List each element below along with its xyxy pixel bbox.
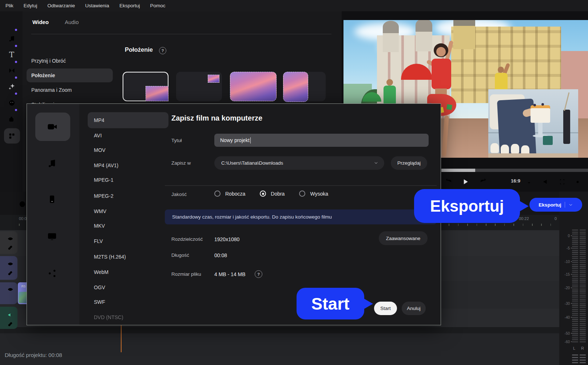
menu-item-edytuj[interactable]: Edytuj [24,3,37,8]
share-icon[interactable] [47,268,57,278]
format-option[interactable]: OGV [88,279,168,295]
fullscreen-icon[interactable] [558,177,567,186]
format-option[interactable]: AVI [88,127,168,144]
cancel-button[interactable]: Anuluj [402,302,426,315]
tab-wideo[interactable]: Wideo [32,19,49,25]
format-option[interactable]: SWF [88,294,168,310]
meter-segment [580,331,586,332]
notification-dot [15,45,17,47]
track-row[interactable] [0,333,559,365]
meter-segment [580,329,586,330]
mobile-device-icon[interactable] [47,195,57,204]
format-option[interactable]: MP4 (AV1) [88,157,168,173]
menu-item-ustawienia[interactable]: Ustawienia [85,3,109,8]
aspect-chevron-down-icon[interactable] [525,178,533,187]
more-tools-icon[interactable] [7,132,16,140]
ruler-tick [449,224,449,226]
meter-segment [572,233,578,235]
import-media-icon[interactable] [7,18,16,27]
transitions-icon[interactable] [7,66,16,75]
snowflake-icon[interactable] [7,295,13,302]
format-option[interactable]: MP4 [88,112,168,128]
menu-item-odtwarzanie[interactable]: Odtwarzanie [47,3,75,8]
play-icon[interactable] [461,177,470,186]
music-icon[interactable] [7,34,16,43]
menu-item-plik[interactable]: Plik [5,3,13,8]
audio-file-icon[interactable] [47,158,57,169]
format-option[interactable]: MOV [88,142,168,158]
playhead[interactable] [121,325,122,352]
position-preset-bottom-right[interactable] [123,72,168,101]
meter-segment [572,321,578,322]
eye-icon[interactable] [7,286,13,293]
video-file-icon[interactable] [47,121,58,133]
save-path-select[interactable]: C:\Users\Tatiana\Downloads [214,156,384,170]
seek-bar[interactable] [441,169,588,172]
record-icon[interactable] [18,200,27,208]
position-preset-top-right-small[interactable] [176,72,222,101]
format-option[interactable]: MPEG-1 [88,172,168,188]
advanced-button[interactable]: Zaawansowane [379,231,428,245]
start-export-button[interactable]: Start [374,302,397,315]
meter-segment [572,331,578,332]
aspect-ratio-selector[interactable]: 16:9 [511,178,520,184]
tab-audio[interactable]: Audio [65,19,79,25]
track-header-audio [0,307,17,329]
export-destination-rail [27,104,79,325]
meter-segment [572,293,578,294]
title-input[interactable]: Nowy projekt [214,134,429,147]
ruler-tick [467,224,468,226]
meter-segment [580,274,586,275]
text-tool-icon[interactable]: T [7,50,16,59]
tool-item[interactable]: Przytnij i Obróć [27,54,113,68]
meter-segment [580,311,586,312]
meter-segment [572,240,578,241]
speaker-icon[interactable] [7,311,13,318]
format-option[interactable]: WebM [88,264,168,280]
tool-item[interactable]: Położenie [27,68,113,82]
eye-icon[interactable] [7,260,13,267]
format-option[interactable]: DVD (NTSC) [88,309,168,325]
link-icon[interactable] [7,244,13,251]
meter-segment [580,232,586,233]
meter-segment [580,339,586,340]
format-option[interactable]: MPEG-2 [88,188,168,204]
store-icon[interactable] [7,115,16,123]
quality-radio-dobra[interactable]: Dobra [260,191,285,197]
export-button[interactable]: Eksportuj [529,198,582,212]
format-option[interactable]: WMV [88,203,168,219]
ruler-label: 00:0 [19,216,27,221]
format-option[interactable]: M2TS (H.264) [88,249,168,265]
tv-icon[interactable] [47,231,57,242]
audio-meter-left [572,229,578,342]
format-option[interactable]: FLV [88,233,168,249]
mute-icon[interactable] [541,177,550,186]
stickers-icon[interactable] [7,98,16,107]
eye-icon[interactable] [7,235,13,242]
meter-segment [580,297,586,298]
menu-item-eksportuj[interactable]: Eksportuj [119,3,140,8]
position-preset-fullscreen[interactable] [230,72,277,101]
db-scale-label: -10 [559,260,570,264]
settings-gear-icon[interactable] [573,177,582,186]
quality-radio-robocza[interactable]: Robocza [214,191,245,197]
help-icon[interactable]: ? [159,47,166,54]
meter-segment [572,280,578,281]
menu-item-pomoc[interactable]: Pomoc [150,3,165,8]
export-callout-label: Eksportuj [430,197,504,215]
effects-icon[interactable] [7,82,16,91]
meter-segment [572,232,578,233]
meter-segment [580,290,586,291]
quality-radio-wysoka[interactable]: Wysoka [299,191,328,197]
link-off-icon[interactable] [7,321,13,327]
panel-tabs: WideoAudio [32,19,79,25]
filesize-help-icon[interactable]: ? [255,270,262,278]
previous-frame-icon[interactable] [444,177,453,186]
link-off-icon[interactable] [7,270,13,276]
tool-item[interactable]: Panorama i Zoom [27,83,113,97]
format-option[interactable]: MKV [88,218,168,234]
position-preset-left[interactable] [283,72,326,101]
meter-segment [572,313,578,314]
next-frame-icon[interactable] [479,177,488,186]
browse-button[interactable]: Przeglądaj [391,156,427,170]
